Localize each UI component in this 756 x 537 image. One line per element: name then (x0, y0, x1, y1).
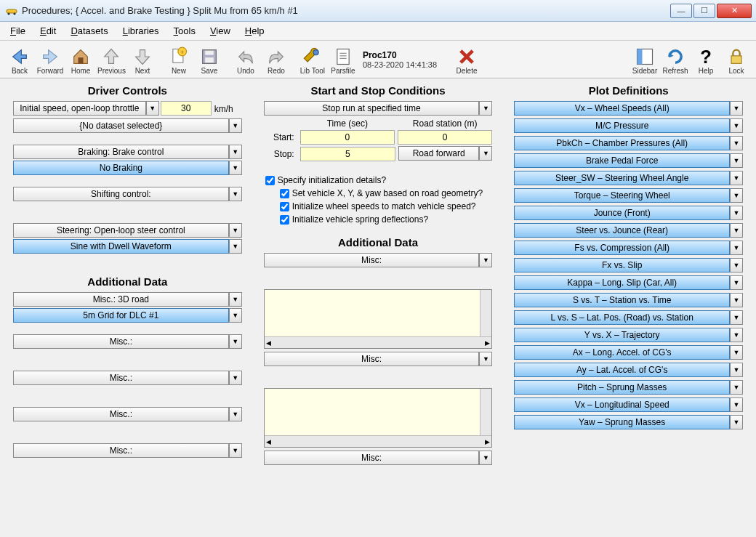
brake-mode-select[interactable]: Braking: Brake control (13, 145, 229, 159)
plot-select-10[interactable]: Kappa – Long. Slip (Car, All) (514, 275, 730, 290)
chevron-down-icon[interactable]: ▼ (730, 293, 743, 307)
next-button[interactable]: Next (127, 45, 158, 76)
redo-button[interactable]: Redo (261, 45, 291, 76)
misc1-select[interactable]: Misc: (264, 253, 480, 267)
chevron-down-icon[interactable]: ▼ (229, 118, 242, 133)
lock-button[interactable]: Lock (721, 45, 752, 76)
chevron-down-icon[interactable]: ▼ (146, 101, 159, 116)
plot-select-18[interactable]: Yaw – Sprung Masses (514, 415, 730, 429)
menu-file[interactable]: File (4, 24, 31, 38)
misc3-select[interactable]: Misc: (264, 451, 480, 465)
steer-mode-select[interactable]: Steering: Open-loop steer control (13, 223, 229, 238)
menu-datasets[interactable]: Datasets (65, 24, 113, 38)
home-button[interactable]: Home (65, 45, 96, 76)
plot-select-5[interactable]: Torque – Steering Wheel (514, 188, 730, 203)
maximize-button[interactable]: ☐ (693, 4, 715, 18)
stop-time-input[interactable]: 5 (300, 147, 395, 161)
chevron-down-icon[interactable]: ▼ (479, 101, 492, 116)
check-init-box[interactable] (265, 176, 275, 185)
chevron-down-icon[interactable]: ▼ (229, 443, 242, 458)
close-button[interactable]: ✕ (717, 4, 752, 18)
chevron-down-icon[interactable]: ▼ (730, 241, 743, 255)
chevron-down-icon[interactable]: ▼ (479, 253, 492, 267)
chevron-down-icon[interactable]: ▼ (730, 397, 743, 412)
dataset-select[interactable]: {No dataset selected} (13, 118, 229, 133)
check-spring-box[interactable] (280, 215, 289, 225)
chevron-down-icon[interactable]: ▼ (730, 310, 743, 325)
scrollbar-vertical[interactable] (480, 290, 491, 336)
add1-value-select[interactable]: 5m Grid for DLC #1 (13, 308, 229, 323)
start-station-input[interactable]: 0 (398, 130, 492, 145)
check-wheel-box[interactable] (280, 202, 289, 211)
plot-select-12[interactable]: L vs. S – Lat. Pos. (Road) vs. Station (514, 310, 730, 325)
plot-select-8[interactable]: Fs vs. Compression (All) (514, 241, 730, 255)
chevron-down-icon[interactable]: ▼ (479, 352, 492, 366)
plot-select-14[interactable]: Ax – Long. Accel. of CG's (514, 345, 730, 360)
chevron-down-icon[interactable]: ▼ (730, 136, 743, 150)
plot-select-6[interactable]: Jounce (Front) (514, 206, 730, 220)
plot-select-17[interactable]: Vx – Longitudinal Speed (514, 397, 730, 412)
plot-select-9[interactable]: Fx vs. Slip (514, 258, 730, 272)
scrollbar-horizontal[interactable]: ◀▶ (265, 336, 492, 348)
check-xy-box[interactable] (280, 189, 289, 198)
new-button[interactable]: +New (164, 45, 194, 76)
chevron-down-icon[interactable]: ▼ (730, 171, 743, 185)
add2-mode-select[interactable]: Misc.: (13, 334, 229, 349)
check-wheel[interactable]: Initialize wheel speeds to match vehicle… (280, 201, 493, 211)
chevron-down-icon[interactable]: ▼ (730, 363, 743, 377)
plot-select-16[interactable]: Pitch – Sprung Masses (514, 380, 730, 395)
plot-select-2[interactable]: PbkCh – Chamber Pressures (All) (514, 136, 730, 150)
chevron-down-icon[interactable]: ▼ (730, 223, 743, 238)
add5-mode-select[interactable]: Misc.: (13, 443, 229, 458)
misc2-select[interactable]: Misc: (264, 352, 480, 366)
add3-mode-select[interactable]: Misc.: (13, 371, 229, 385)
plot-select-3[interactable]: Brake Pedal Force (514, 153, 730, 168)
chevron-down-icon[interactable]: ▼ (229, 371, 242, 385)
menu-edit[interactable]: Edit (34, 24, 62, 38)
chevron-down-icon[interactable]: ▼ (229, 308, 242, 323)
scrollbar-horizontal[interactable]: ◀▶ (265, 435, 492, 447)
sidebar-button[interactable]: Sidebar (630, 45, 660, 76)
previous-button[interactable]: Previous (96, 45, 127, 76)
road-dir-select[interactable]: Road forward (398, 146, 479, 161)
save-button[interactable]: Save (194, 45, 225, 76)
chevron-down-icon[interactable]: ▼ (730, 275, 743, 290)
speed-value-input[interactable]: 30 (161, 101, 212, 116)
scrollbar-vertical[interactable] (480, 389, 491, 435)
plot-select-7[interactable]: Steer vs. Jounce (Rear) (514, 223, 730, 238)
chevron-down-icon[interactable]: ▼ (730, 345, 743, 360)
chevron-down-icon[interactable]: ▼ (479, 451, 492, 465)
chevron-down-icon[interactable]: ▼ (730, 328, 743, 342)
chevron-down-icon[interactable]: ▼ (229, 239, 242, 254)
chevron-down-icon[interactable]: ▼ (229, 407, 242, 421)
delete-button[interactable]: Delete (451, 45, 482, 76)
check-xy[interactable]: Set vehicle X, Y, & yaw based on road ge… (280, 188, 493, 198)
plot-select-1[interactable]: M/C Pressure (514, 118, 730, 133)
chevron-down-icon[interactable]: ▼ (229, 161, 242, 175)
check-spring[interactable]: Initialize vehicle spring deflections? (280, 214, 493, 225)
menu-tools[interactable]: Tools (168, 24, 201, 38)
chevron-down-icon[interactable]: ▼ (730, 380, 743, 395)
plot-select-13[interactable]: Y vs. X – Trajectory (514, 328, 730, 342)
minimize-button[interactable]: — (670, 4, 692, 18)
misc2-textarea[interactable]: ◀▶ (264, 388, 493, 448)
add4-mode-select[interactable]: Misc.: (13, 407, 229, 421)
parsfile-button[interactable]: Parsfile (328, 45, 358, 76)
shift-mode-select[interactable]: Shifting control: (13, 187, 229, 201)
menu-libraries[interactable]: Libraries (117, 24, 165, 38)
chevron-down-icon[interactable]: ▼ (730, 101, 743, 116)
chevron-down-icon[interactable]: ▼ (730, 415, 743, 429)
chevron-down-icon[interactable]: ▼ (730, 206, 743, 220)
speed-mode-select[interactable]: Initial speed, open-loop throttle (13, 101, 146, 116)
back-button[interactable]: Back (4, 45, 35, 76)
start-time-input[interactable]: 0 (300, 130, 395, 145)
chevron-down-icon[interactable]: ▼ (229, 223, 242, 238)
plot-select-0[interactable]: Vx – Wheel Speeds (All) (514, 101, 730, 116)
misc1-textarea[interactable]: ◀▶ (264, 289, 493, 349)
chevron-down-icon[interactable]: ▼ (730, 153, 743, 168)
chevron-down-icon[interactable]: ▼ (730, 188, 743, 203)
plot-select-15[interactable]: Ay – Lat. Accel. of CG's (514, 363, 730, 377)
forward-button[interactable]: Forward (35, 45, 65, 76)
add1-mode-select[interactable]: Misc.: 3D road (13, 292, 229, 307)
chevron-down-icon[interactable]: ▼ (229, 145, 242, 159)
